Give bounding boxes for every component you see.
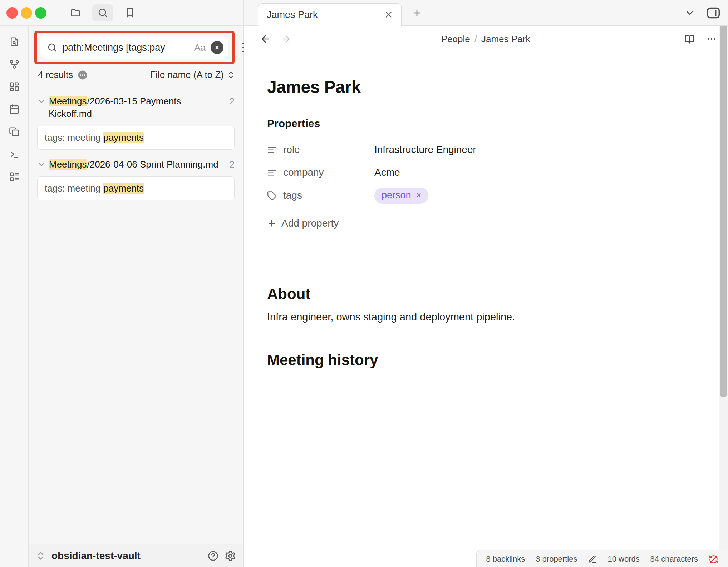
property-value-company[interactable]: Acme <box>374 167 400 178</box>
result-file-title[interactable]: Meetings/2026-03-15 Payments Kickoff.md … <box>36 95 236 120</box>
properties-count[interactable]: 3 properties <box>536 554 577 564</box>
close-icon <box>214 45 220 50</box>
tab-james-park[interactable]: James Park <box>258 3 402 26</box>
about-heading: About <box>267 285 678 303</box>
tab-bar: James Park <box>244 0 728 26</box>
clear-search-button[interactable] <box>211 41 223 54</box>
minimize-window-button[interactable] <box>21 7 32 19</box>
right-sidebar-toggle-button[interactable] <box>705 5 722 21</box>
zoom-window-button[interactable] <box>35 7 46 19</box>
main-pane: James Park People / James Park <box>244 0 728 567</box>
more-options-button[interactable] <box>706 33 717 45</box>
tab-list-button[interactable] <box>684 8 695 18</box>
match-case-toggle[interactable]: Aa <box>194 42 206 53</box>
about-paragraph: Infra engineer, owns staging and deploym… <box>267 311 678 323</box>
traffic-lights <box>6 7 46 19</box>
path-rest: /2026-04-06 Sprint Planning.md <box>87 159 218 170</box>
canvas-icon <box>9 81 20 92</box>
plus-icon <box>267 219 276 228</box>
vault-name[interactable]: obsidian-test-vault <box>51 550 141 562</box>
sort-order-label: File name (A to Z) <box>150 69 224 80</box>
meeting-history-heading: Meeting history <box>267 352 678 369</box>
match-snippet[interactable]: tags: meeting payments <box>37 176 235 200</box>
add-property-button[interactable]: Add property <box>267 218 678 229</box>
chevron-down-icon[interactable] <box>37 160 46 169</box>
property-key-tags[interactable]: tags <box>267 190 374 201</box>
search-icon <box>97 7 108 18</box>
result-file-path: Meetings/2026-04-06 Sprint Planning.md <box>49 158 227 171</box>
results-count-label: 4 results <box>38 69 73 80</box>
sync-off-icon[interactable] <box>709 554 718 564</box>
search-pane: Aa 4 results File name (A to Z) <box>29 26 243 567</box>
property-key-company[interactable]: company <box>267 167 374 178</box>
search-input[interactable] <box>63 42 189 53</box>
new-tab-button[interactable] <box>411 7 423 19</box>
property-value-role[interactable]: Infrastructure Engineer <box>374 144 476 155</box>
character-count: 84 characters <box>650 554 698 564</box>
sidebar-toolbar <box>65 4 140 21</box>
match-highlight: payments <box>103 132 144 143</box>
result-file-title[interactable]: Meetings/2026-04-06 Sprint Planning.md 2 <box>36 158 236 171</box>
note-editor: James Park Properties role Infrastructur… <box>244 52 728 369</box>
help-button[interactable] <box>207 550 219 562</box>
settings-button[interactable] <box>225 550 236 562</box>
terminal-ribbon-button[interactable] <box>9 149 20 160</box>
canvas-ribbon-button[interactable] <box>9 81 20 92</box>
layout-list-ribbon-button[interactable] <box>9 171 20 182</box>
note-view: People / James Park James Park Propertie… <box>244 26 728 567</box>
book-open-icon <box>684 34 695 44</box>
daily-note-ribbon-button[interactable] <box>9 104 20 115</box>
titlebar <box>0 0 243 26</box>
files-tab-button[interactable] <box>65 4 86 21</box>
property-row: role Infrastructure Engineer <box>267 138 678 161</box>
result-match-count: 2 <box>230 159 235 170</box>
calendar-icon <box>9 104 20 115</box>
bookmarks-tab-button[interactable] <box>119 4 140 21</box>
breadcrumb-separator: / <box>474 34 477 45</box>
breadcrumb-page[interactable]: James Park <box>481 34 530 45</box>
file-search-ribbon-button[interactable] <box>9 36 20 47</box>
forward-button[interactable] <box>281 34 291 44</box>
property-name: company <box>283 167 324 178</box>
inline-note-title[interactable]: James Park <box>267 77 678 97</box>
tag-label: person <box>382 190 411 201</box>
align-left-icon <box>267 145 277 155</box>
breadcrumb-section[interactable]: People <box>441 34 470 45</box>
reading-view-button[interactable] <box>684 33 695 45</box>
obsidian-window: Aa 4 results File name (A to Z) <box>0 0 728 567</box>
close-window-button[interactable] <box>6 7 18 19</box>
left-sidebar: Aa 4 results File name (A to Z) <box>0 0 244 567</box>
property-name: tags <box>283 190 302 201</box>
tag-pill-person[interactable]: person <box>374 188 428 204</box>
edit-mode-toggle[interactable] <box>588 555 597 564</box>
ribbon-rail <box>0 26 29 567</box>
panel-right-icon <box>705 5 722 21</box>
path-match-highlight: Meetings <box>49 96 87 106</box>
tab-close-button[interactable] <box>383 9 394 20</box>
copy-icon <box>9 126 20 137</box>
terminal-icon <box>9 149 20 160</box>
scrollbar-track <box>719 26 728 567</box>
path-match-highlight: Meetings <box>49 159 87 170</box>
search-info-button[interactable] <box>77 70 88 80</box>
graph-view-ribbon-button[interactable] <box>9 59 20 70</box>
scrollbar-thumb[interactable] <box>720 26 727 397</box>
sort-order-button[interactable]: File name (A to Z) <box>150 69 235 80</box>
properties-heading: Properties <box>267 118 678 130</box>
match-snippet[interactable]: tags: meeting payments <box>37 126 235 150</box>
arrow-right-icon <box>281 34 291 44</box>
back-button[interactable] <box>260 34 271 44</box>
properties-list: role Infrastructure Engineer company Acm… <box>267 138 678 207</box>
property-row: tags person <box>267 184 678 207</box>
vault-switcher-button[interactable] <box>36 551 46 561</box>
tab-title: James Park <box>267 9 383 20</box>
chevron-down-icon[interactable] <box>37 97 46 106</box>
property-key-role[interactable]: role <box>267 144 374 155</box>
result-match-count: 2 <box>230 96 235 107</box>
search-results: Meetings/2026-03-15 Payments Kickoff.md … <box>29 87 243 544</box>
backlinks-count[interactable]: 8 backlinks <box>486 554 525 564</box>
templates-ribbon-button[interactable] <box>9 126 20 137</box>
search-tab-button[interactable] <box>92 4 113 21</box>
plus-icon <box>412 8 422 18</box>
status-bar: 8 backlinks 3 properties 10 words 84 cha… <box>476 550 728 567</box>
